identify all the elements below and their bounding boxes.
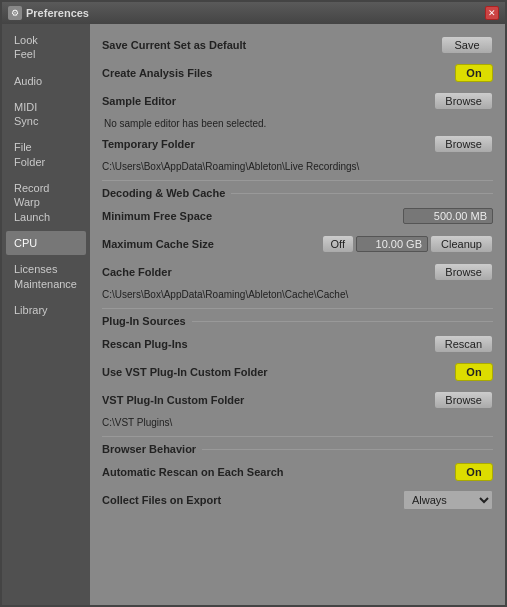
sidebar-item-record[interactable]: Record Warp Launch bbox=[6, 176, 86, 229]
sample-editor-note: No sample editor has been selected. bbox=[102, 118, 493, 129]
save-button[interactable]: Save bbox=[441, 36, 493, 54]
plugin-section-title: Plug-In Sources bbox=[102, 315, 493, 327]
sidebar-item-licenses[interactable]: Licenses Maintenance bbox=[6, 257, 86, 296]
temp-folder-path: C:\Users\Box\AppData\Roaming\Ableton\Liv… bbox=[102, 161, 493, 172]
vst-folder-browse-button[interactable]: Browse bbox=[434, 391, 493, 409]
app-icon: ⚙ bbox=[8, 6, 22, 20]
max-cache-row: Maximum Cache Size Off Cleanup bbox=[102, 233, 493, 255]
sidebar-item-look[interactable]: Look Feel bbox=[6, 28, 86, 67]
save-default-row: Save Current Set as Default Save bbox=[102, 34, 493, 56]
cache-folder-row: Cache Folder Browse bbox=[102, 261, 493, 283]
min-free-space-row: Minimum Free Space bbox=[102, 205, 493, 227]
use-vst-row: Use VST Plug-In Custom Folder On bbox=[102, 361, 493, 383]
rescan-row: Rescan Plug-Ins Rescan bbox=[102, 333, 493, 355]
sidebar-item-midi[interactable]: MIDI Sync bbox=[6, 95, 86, 134]
window-title: Preferences bbox=[26, 7, 485, 19]
main-content: Look Feel Audio MIDI Sync File Folder Re… bbox=[2, 24, 505, 605]
collect-files-row: Collect Files on Export Always bbox=[102, 489, 493, 511]
cache-folder-label: Cache Folder bbox=[102, 266, 434, 278]
vst-folder-row: VST Plug-In Custom Folder Browse bbox=[102, 389, 493, 411]
cleanup-button[interactable]: Cleanup bbox=[430, 235, 493, 253]
temp-folder-browse-button[interactable]: Browse bbox=[434, 135, 493, 153]
title-bar: ⚙ Preferences ✕ bbox=[2, 2, 505, 24]
use-vst-toggle[interactable]: On bbox=[455, 363, 493, 381]
create-analysis-label: Create Analysis Files bbox=[102, 67, 455, 79]
create-analysis-row: Create Analysis Files On bbox=[102, 62, 493, 84]
collect-files-select[interactable]: Always bbox=[403, 490, 493, 510]
sample-editor-row: Sample Editor Browse bbox=[102, 90, 493, 112]
preferences-window: ⚙ Preferences ✕ Look Feel Audio MIDI Syn… bbox=[0, 0, 507, 607]
max-cache-label: Maximum Cache Size bbox=[102, 238, 322, 250]
min-free-space-input[interactable] bbox=[403, 208, 493, 224]
close-button[interactable]: ✕ bbox=[485, 6, 499, 20]
sidebar-item-audio[interactable]: Audio bbox=[6, 69, 86, 93]
temp-folder-row: Temporary Folder Browse bbox=[102, 133, 493, 155]
auto-rescan-row: Automatic Rescan on Each Search On bbox=[102, 461, 493, 483]
create-analysis-toggle[interactable]: On bbox=[455, 64, 493, 82]
max-cache-size-input[interactable] bbox=[356, 236, 428, 252]
vst-folder-path: C:\VST Plugins\ bbox=[102, 417, 493, 428]
main-panel: Save Current Set as Default Save Create … bbox=[90, 24, 505, 605]
rescan-label: Rescan Plug-Ins bbox=[102, 338, 434, 350]
sidebar-item-library[interactable]: Library bbox=[6, 298, 86, 322]
rescan-button[interactable]: Rescan bbox=[434, 335, 493, 353]
sidebar-item-cpu[interactable]: CPU bbox=[6, 231, 86, 255]
max-cache-off-button[interactable]: Off bbox=[322, 235, 354, 253]
temp-folder-label: Temporary Folder bbox=[102, 138, 434, 150]
browser-section-title: Browser Behavior bbox=[102, 443, 493, 455]
save-default-label: Save Current Set as Default bbox=[102, 39, 441, 51]
min-free-space-label: Minimum Free Space bbox=[102, 210, 403, 222]
collect-files-label: Collect Files on Export bbox=[102, 494, 403, 506]
max-cache-controls: Off Cleanup bbox=[322, 235, 493, 253]
auto-rescan-label: Automatic Rescan on Each Search bbox=[102, 466, 455, 478]
decode-section-title: Decoding & Web Cache bbox=[102, 187, 493, 199]
vst-folder-label: VST Plug-In Custom Folder bbox=[102, 394, 434, 406]
sample-editor-label: Sample Editor bbox=[102, 95, 434, 107]
sidebar-item-file[interactable]: File Folder bbox=[6, 135, 86, 174]
cache-folder-path: C:\Users\Box\AppData\Roaming\Ableton\Cac… bbox=[102, 289, 493, 300]
use-vst-label: Use VST Plug-In Custom Folder bbox=[102, 366, 455, 378]
auto-rescan-toggle[interactable]: On bbox=[455, 463, 493, 481]
cache-folder-browse-button[interactable]: Browse bbox=[434, 263, 493, 281]
sidebar: Look Feel Audio MIDI Sync File Folder Re… bbox=[2, 24, 90, 605]
sample-editor-browse-button[interactable]: Browse bbox=[434, 92, 493, 110]
